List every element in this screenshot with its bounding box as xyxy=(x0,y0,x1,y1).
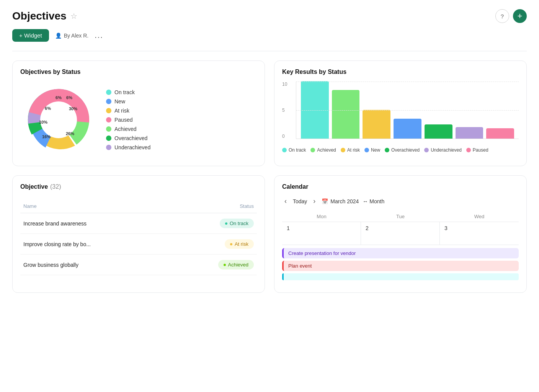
badge-dot-1 xyxy=(225,222,227,225)
bar-legend-dot-new xyxy=(364,148,369,152)
svg-text:16%: 16% xyxy=(42,134,51,139)
bar-legend-label-on-track: On track xyxy=(289,147,306,153)
legend-at-risk: At risk xyxy=(106,108,150,114)
legend-dot-on-track xyxy=(106,90,111,95)
legend-underachieved: Underachieved xyxy=(106,144,150,150)
bar-legend-label-overachieved: Overachieved xyxy=(391,147,420,153)
legend-overachieved: Overachieved xyxy=(106,135,150,141)
legend-dot-achieved xyxy=(106,126,111,132)
cal-date-2[interactable]: 2 xyxy=(361,222,440,245)
objectives-by-status-card: Objectives by Status xyxy=(12,60,265,166)
calendar-title: Calendar xyxy=(282,183,519,190)
legend-dot-paused xyxy=(106,117,111,122)
header-divider xyxy=(12,51,527,51)
legend-dot-overachieved xyxy=(106,136,111,141)
legend-paused: Paused xyxy=(106,117,150,123)
table-row[interactable]: Increase brand awareness On track xyxy=(20,213,257,234)
legend-label-at-risk: At risk xyxy=(114,108,129,114)
row-status-1: On track xyxy=(171,213,257,234)
month-text: March 2024 xyxy=(330,198,359,204)
cal-view-button[interactable]: ↔ Month xyxy=(363,198,384,204)
y-label-10: 10 xyxy=(282,82,287,87)
toolbar: + Widget 👤 By Alex R. ... xyxy=(12,29,527,42)
row-status-2: At risk xyxy=(171,234,257,255)
cal-day-mon: Mon xyxy=(282,211,361,222)
bar-legend-dot-at-risk xyxy=(341,148,345,152)
bar-legend-dot-underachieved xyxy=(424,148,429,152)
legend-achieved: Achieved xyxy=(106,126,150,132)
legend-label-on-track: On track xyxy=(114,89,135,95)
dashboard-grid: Objectives by Status xyxy=(12,60,527,293)
cal-prev-button[interactable]: ‹ xyxy=(282,196,289,206)
bar-at-risk xyxy=(363,110,390,139)
badge-dot-2 xyxy=(230,243,232,245)
more-options-button[interactable]: ... xyxy=(95,31,103,40)
bar-new xyxy=(394,119,421,139)
cal-day-wed: Wed xyxy=(440,211,519,222)
legend-dot-underachieved xyxy=(106,145,111,150)
header-right: ? + xyxy=(495,9,527,23)
calendar-event-2[interactable]: Plan event xyxy=(282,261,519,271)
legend-dot-new xyxy=(106,99,111,104)
status-badge-achieved-3: Achieved xyxy=(218,260,254,270)
svg-text:6%: 6% xyxy=(66,95,72,100)
objectives-table-title: Objective xyxy=(20,183,48,190)
cal-next-button[interactable]: › xyxy=(311,196,318,206)
bar-achieved xyxy=(332,90,360,139)
legend-dot-at-risk xyxy=(106,108,111,113)
row-status-3: Achieved xyxy=(171,255,257,275)
event-label-2: Plan event xyxy=(288,263,312,269)
bar-legend-dot-paused xyxy=(466,148,471,152)
bar-overachieved xyxy=(425,124,452,139)
event-label-1: Create presentation for vendor xyxy=(288,250,356,256)
badge-dot-3 xyxy=(224,264,226,266)
bar-legend-paused: Paused xyxy=(466,147,488,153)
cal-date-1[interactable]: 1 xyxy=(282,222,361,245)
objectives-table-card: Objective (32) Name Status Increase bran… xyxy=(12,175,265,293)
add-button[interactable]: + xyxy=(513,9,527,23)
donut-legend: On track New At risk Paused Achieved xyxy=(106,89,150,150)
objectives-table-header: Objective (32) xyxy=(20,183,257,196)
author-name: By Alex R. xyxy=(64,33,89,39)
legend-label-overachieved: Overachieved xyxy=(114,135,147,141)
bar-legend-on-track: On track xyxy=(282,147,306,153)
bar-legend-label-achieved: Achieved xyxy=(317,147,336,153)
calendar-events: Create presentation for vendor Plan even… xyxy=(282,245,519,285)
calendar-event-1[interactable]: Create presentation for vendor xyxy=(282,248,519,258)
bar-legend-overachieved: Overachieved xyxy=(385,147,420,153)
month-view-icon: ↔ xyxy=(363,198,368,204)
calendar-grid: Mon Tue Wed 1 2 3 xyxy=(282,211,519,245)
svg-text:30%: 30% xyxy=(69,106,77,111)
bar-underachieved xyxy=(456,127,483,139)
legend-on-track: On track xyxy=(106,89,150,95)
status-badge-on-track-1: On track xyxy=(220,219,254,228)
widget-button[interactable]: + Widget xyxy=(12,29,49,42)
author-label: 👤 By Alex R. xyxy=(55,33,89,39)
page-header: Objectives ☆ ? + xyxy=(12,9,527,23)
svg-text:6%: 6% xyxy=(56,95,62,100)
row-name-1: Increase brand awareness xyxy=(20,213,171,234)
svg-text:26%: 26% xyxy=(66,131,74,136)
bar-legend-label-paused: Paused xyxy=(473,147,488,153)
bar-legend-achieved: Achieved xyxy=(310,147,336,153)
calendar-icon: 📅 xyxy=(322,198,328,204)
objectives-count: (32) xyxy=(50,183,61,190)
table-row[interactable]: Grow business globally Achieved xyxy=(20,255,257,275)
legend-label-new: New xyxy=(114,98,125,105)
calendar-event-3[interactable] xyxy=(282,273,519,280)
table-row[interactable]: Improve closing rate by bo... At risk xyxy=(20,234,257,255)
header-left: Objectives ☆ xyxy=(12,10,77,22)
bar-legend-dot-on-track xyxy=(282,148,287,152)
bar-legend-dot-overachieved xyxy=(385,148,389,152)
status-badge-at-risk-2: At risk xyxy=(225,239,254,249)
cal-today-button[interactable]: Today xyxy=(293,198,307,204)
cal-date-3[interactable]: 3 xyxy=(440,222,519,245)
cal-month-label: 📅 March 2024 xyxy=(322,198,359,204)
key-results-card: Key Results by Status 0 5 10 xyxy=(274,60,527,166)
svg-text:6%: 6% xyxy=(45,106,51,111)
help-button[interactable]: ? xyxy=(495,9,509,23)
bar-legend-at-risk: At risk xyxy=(341,147,360,153)
star-icon[interactable]: ☆ xyxy=(70,11,77,21)
y-label-0: 0 xyxy=(282,134,287,139)
bar-legend-dot-achieved xyxy=(310,148,315,152)
